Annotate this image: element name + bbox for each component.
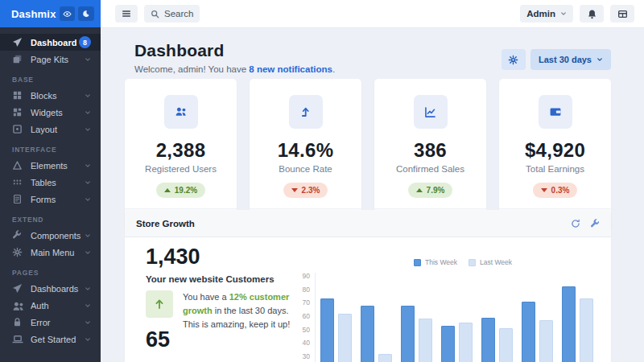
chevron-down-icon	[85, 196, 91, 203]
apps-button[interactable]	[610, 5, 634, 23]
bar-chart	[318, 276, 608, 362]
page-title: Dashboard	[134, 41, 335, 60]
laptop-icon	[12, 334, 23, 345]
notifications-link[interactable]: 8 new notifications	[249, 64, 332, 74]
sidebar-item-main-menu[interactable]: Main Menu	[0, 244, 101, 261]
chevron-down-icon	[85, 126, 91, 133]
bar-this-week	[562, 286, 576, 362]
ytick-label: 40	[276, 339, 310, 347]
lock-icon	[12, 317, 23, 328]
wallet-icon	[539, 95, 572, 129]
sidebar-item-layout[interactable]: Layout	[0, 121, 101, 138]
forms-icon	[12, 194, 23, 205]
sidebar-item-elements[interactable]: Elements	[0, 157, 101, 174]
sidebar-item-label: Get Started	[31, 335, 85, 344]
widgets-icon	[12, 107, 23, 118]
ytick-label: 50	[276, 326, 310, 334]
chevron-down-icon	[85, 232, 91, 239]
sidebar-item-widgets[interactable]: Widgets	[0, 104, 101, 121]
sidebar-item-auth[interactable]: Auth	[0, 297, 101, 314]
bar-this-week	[522, 302, 535, 362]
stat-label: Registered Users	[125, 164, 237, 174]
sidebar-header: Dashmix	[0, 0, 101, 27]
chevron-down-icon	[85, 249, 91, 256]
notifications-button[interactable]	[580, 5, 604, 23]
chevron-down-icon	[85, 93, 91, 99]
bar-this-week	[401, 306, 415, 362]
sidebar-nav: Dashboard8Page KitsBASEBlocksWidgetsLayo…	[0, 27, 101, 348]
legend-swatch	[414, 259, 421, 266]
wrench-icon[interactable]	[590, 219, 600, 228]
bar-last-week	[378, 354, 392, 362]
topbar: Search Admin	[101, 0, 644, 27]
gear-icon	[12, 247, 23, 258]
paper-plane-icon	[12, 283, 23, 294]
delta-badge: 19.2%	[156, 183, 205, 198]
page-header: Dashboard Welcome, admin! You have 8 new…	[101, 27, 644, 74]
sidebar-item-label: Tables	[31, 178, 85, 187]
wrench-icon	[12, 230, 23, 241]
nav-section-label: INTERFACE	[0, 145, 101, 154]
sidebar-item-label: Page Kits	[31, 55, 85, 64]
delta-value: 0.3%	[551, 186, 570, 195]
bar-this-week	[361, 306, 374, 362]
sidebar-item-dashboard[interactable]: Dashboard8	[0, 34, 101, 51]
stat-card: $4,920Total Earnings0.3%Withdrawal optio…	[499, 79, 611, 232]
stat-card: 2,388Registered Users19.2%View all users	[125, 79, 237, 232]
sidebar-item-label: Dashboard	[31, 38, 79, 47]
refresh-icon[interactable]	[571, 219, 580, 228]
delta-badge: 7.9%	[408, 183, 453, 198]
ytick-label: 30	[276, 352, 310, 360]
date-range-button[interactable]: Last 30 days	[530, 49, 611, 70]
ytick-label: 80	[276, 286, 310, 294]
sidebar-item-blocks[interactable]: Blocks	[0, 87, 101, 104]
chart-line-icon	[414, 95, 448, 129]
stat-card: 386Confirmed Sales7.9%View all sales	[374, 79, 486, 232]
welcome-text: Welcome, admin! You have 8 new notificat…	[134, 64, 335, 74]
store-growth-panel: Store Growth 1,430 Your new website Cust…	[125, 210, 611, 362]
customers-metric-label: Your new website Customers	[146, 274, 275, 284]
eye-icon[interactable]	[60, 6, 76, 21]
settings-button[interactable]	[502, 49, 526, 70]
panel-body: 1,430 Your new website Customers You hav…	[125, 237, 611, 362]
search-icon	[151, 10, 159, 19]
gear-icon	[508, 55, 518, 65]
user-menu-button[interactable]: Admin	[520, 5, 573, 23]
sidebar-item-components[interactable]: Components	[0, 227, 101, 244]
sidebar-item-label: Components	[31, 231, 85, 241]
legend-item[interactable]: This Week	[414, 258, 457, 266]
legend-item[interactable]: Last Week	[469, 258, 512, 266]
sidebar-item-error[interactable]: Error	[0, 314, 101, 331]
nav-section-label: BASE	[0, 75, 101, 84]
panel-title: Store Growth	[136, 219, 561, 228]
stat-label: Bounce Rate	[250, 164, 361, 174]
search-button[interactable]: Search	[144, 5, 200, 23]
stat-cards-row: 2,388Registered Users19.2%View all users…	[125, 79, 611, 232]
user-label: Admin	[526, 9, 555, 19]
menu-toggle-button[interactable]	[115, 5, 138, 23]
moon-icon[interactable]	[78, 6, 94, 21]
search-label: Search	[164, 9, 193, 19]
sidebar-item-tables[interactable]: Tables	[0, 174, 101, 191]
sidebar-item-page-kits[interactable]: Page Kits	[0, 51, 101, 68]
paper-plane-icon	[12, 37, 23, 48]
pages-icon	[12, 54, 23, 65]
sidebar-item-forms[interactable]: Forms	[0, 191, 101, 208]
ytick-label: 90	[276, 272, 310, 280]
secondary-metric-value: 65	[146, 327, 170, 352]
sidebar: Dashmix Dashboard8Page KitsBASEBlocksWid…	[0, 0, 101, 362]
legend-swatch	[469, 259, 476, 266]
sidebar-item-get-started[interactable]: Get Started	[0, 331, 101, 348]
chevron-down-icon	[85, 179, 91, 186]
sidebar-item-dashboards[interactable]: Dashboards	[0, 280, 101, 297]
stat-value: 14.6%	[250, 139, 361, 162]
delta-badge: 0.3%	[533, 183, 578, 198]
layout-icon	[12, 124, 23, 135]
level-up-icon	[289, 95, 323, 129]
chevron-down-icon	[85, 336, 91, 343]
bar-last-week	[539, 320, 553, 362]
sidebar-item-label: Forms	[31, 195, 85, 204]
sidebar-item-label: Blocks	[31, 91, 85, 101]
bell-icon	[587, 9, 597, 19]
sidebar-item-label: Layout	[31, 125, 85, 134]
